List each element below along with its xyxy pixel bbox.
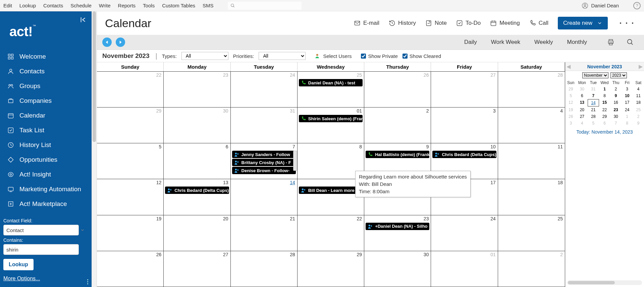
tab-weekly[interactable]: Weekly [534, 39, 553, 46]
calendar-cell[interactable]: 24 [231, 72, 298, 107]
calendar-cell[interactable]: 14 [231, 179, 298, 215]
mini-day[interactable]: 14 [588, 99, 599, 106]
calendar-cell[interactable]: 25Daniel Dean (NA) - test [298, 72, 364, 107]
calendar-cell[interactable]: 22 [298, 215, 364, 251]
calendar-event[interactable]: Bill Dean - Learn more abo [299, 187, 363, 194]
calendar-cell[interactable]: 26 [97, 251, 164, 287]
mini-day[interactable]: 6 [577, 92, 588, 99]
mini-day[interactable]: 16 [610, 99, 622, 106]
mini-day[interactable]: 1 [599, 86, 610, 92]
print-icon[interactable] [607, 39, 614, 46]
calendar-cell[interactable]: 27 [164, 251, 230, 287]
select-users-button[interactable]: Select Users [315, 53, 352, 59]
calendar-cell[interactable]: 21 [231, 215, 298, 251]
mini-day[interactable]: 5 [588, 120, 599, 127]
menu-lookup[interactable]: Lookup [19, 3, 36, 8]
mini-day[interactable]: 7 [588, 92, 599, 99]
mini-day[interactable]: 9 [610, 92, 622, 99]
sidebar-item-groups[interactable]: Groups [0, 79, 92, 93]
menu-tools[interactable]: Tools [143, 3, 155, 8]
calendar-cell[interactable]: 01Shirin Saleen (demo) (Fran [298, 107, 364, 143]
calendar-cell[interactable]: 23+Daniel Dean (NA) - Silho [364, 215, 431, 251]
calendar-cell[interactable]: 13Chris Bedard (Delta Cups) [164, 179, 230, 215]
calendar-cell[interactable]: 19 [97, 215, 164, 251]
mini-day[interactable]: 15 [599, 99, 610, 106]
mini-day[interactable]: 5 [565, 92, 577, 99]
mini-day[interactable]: 23 [610, 106, 622, 113]
email-action[interactable]: E-mail [354, 20, 379, 26]
mini-day[interactable]: 24 [622, 106, 633, 113]
contains-input[interactable] [3, 244, 79, 255]
tab-daily[interactable]: Daily [464, 39, 477, 46]
today-link[interactable]: Today: November 14, 2023 [565, 129, 644, 135]
calendar-cell[interactable]: 29 [298, 251, 364, 287]
call-action[interactable]: Call [529, 20, 548, 26]
mini-day[interactable]: 12 [565, 99, 577, 106]
tab-workweek[interactable]: Work Week [491, 39, 520, 46]
mini-day[interactable]: 6 [599, 120, 610, 127]
calendar-cell[interactable]: 5 [97, 143, 164, 179]
mini-day[interactable]: 3 [565, 120, 577, 127]
mini-prev-icon[interactable]: ◀ [567, 63, 571, 70]
calendar-cell[interactable]: 30 [164, 107, 230, 143]
sidebar-item-marketing-automation[interactable]: Marketing Automation [0, 182, 92, 197]
calendar-cell[interactable]: 18 [498, 179, 565, 215]
menu-write[interactable]: Write [99, 3, 111, 8]
calendar-cell[interactable]: 15Bill Dean - Learn more abo [298, 179, 364, 215]
contact-field-select[interactable] [3, 225, 79, 235]
sidebar-item-opportunities[interactable]: Opportunities [0, 152, 92, 167]
mini-day[interactable]: 31 [588, 86, 599, 92]
calendar-cell[interactable]: 29 [97, 107, 164, 143]
calendar-cell[interactable]: 30 [364, 251, 431, 287]
mini-day[interactable]: 27 [577, 113, 588, 120]
calendar-cell[interactable]: 01 [431, 251, 498, 287]
calendar-cell[interactable]: 7Jenny Sanders - FollowBrittany Crosby (… [231, 143, 298, 179]
mini-day[interactable]: 2 [633, 113, 644, 120]
mini-day[interactable]: 29 [565, 86, 577, 92]
help-icon[interactable]: ? [633, 2, 641, 9]
mini-day[interactable]: 25 [633, 106, 644, 113]
mini-day[interactable]: 28 [588, 113, 599, 120]
todo-action[interactable]: To-Do [456, 20, 481, 26]
mini-day[interactable]: 17 [622, 99, 633, 106]
sidebar-scrollbar[interactable] [92, 11, 97, 287]
note-action[interactable]: Note [425, 20, 447, 26]
sidebar-item-act-insight[interactable]: Act! Insight [0, 167, 92, 182]
calendar-cell[interactable]: 25 [498, 215, 565, 251]
tab-monthly[interactable]: Monthly [567, 39, 587, 46]
calendar-cell[interactable]: 24 [431, 215, 498, 251]
sidebar-item-contacts[interactable]: Contacts [0, 64, 92, 79]
priorities-select[interactable]: All [259, 52, 306, 60]
kebab-menu[interactable] [617, 17, 636, 29]
mini-next-icon[interactable]: ▶ [639, 63, 643, 70]
calendar-cell[interactable]: 23 [164, 72, 230, 107]
menu-edit[interactable]: Edit [3, 3, 12, 8]
mini-day[interactable]: 20 [577, 106, 588, 113]
mini-day[interactable]: 22 [599, 106, 610, 113]
calendar-cell[interactable]: 8 [298, 143, 364, 179]
calendar-cell[interactable]: 3 [431, 107, 498, 143]
calendar-event[interactable]: Hal Battisto (demo) (Frank [366, 151, 429, 158]
mini-scrollbar[interactable] [567, 280, 642, 285]
sidebar-handle-icon[interactable] [87, 279, 88, 284]
calendar-cell[interactable]: 26 [364, 72, 431, 107]
mini-day[interactable]: 10 [622, 92, 633, 99]
calendar-event[interactable]: Brittany Crosby (NA) - F [232, 159, 296, 166]
calendar-event[interactable]: +Daniel Dean (NA) - Silho [366, 223, 429, 230]
menu-custom-tables[interactable]: Custom Tables [162, 3, 195, 8]
menu-sms[interactable]: SMS [203, 3, 214, 8]
user-area[interactable]: Daniel Dean ? [582, 2, 641, 9]
search-icon[interactable] [627, 39, 634, 46]
mini-day[interactable]: 30 [610, 113, 622, 120]
calendar-cell[interactable]: 6 [164, 143, 230, 179]
mini-day[interactable]: 4 [577, 120, 588, 127]
calendar-event[interactable]: Jenny Sanders - Follow [232, 151, 296, 158]
calendar-event[interactable]: Denise Brown - Follow- [232, 167, 296, 174]
calendar-cell[interactable]: 2 [364, 107, 431, 143]
mini-day[interactable]: 26 [565, 113, 577, 120]
calendar-cell[interactable]: 20 [164, 215, 230, 251]
sidebar-item-welcome[interactable]: Welcome [0, 49, 92, 64]
calendar-cell[interactable]: 11 [498, 143, 565, 179]
mini-day[interactable]: 29 [599, 113, 610, 120]
calendar-cell[interactable]: 31 [231, 107, 298, 143]
